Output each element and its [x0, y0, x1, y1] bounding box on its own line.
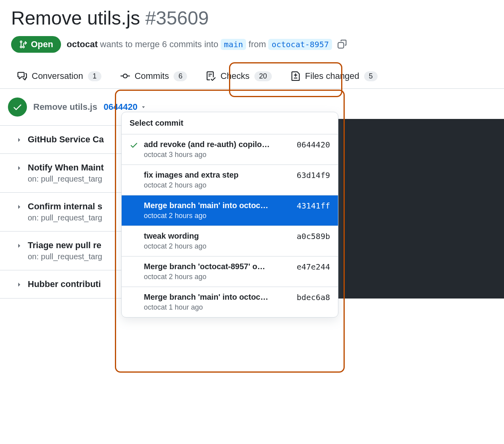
chevron-right-icon	[16, 281, 22, 288]
commit-meta: octocat 2 hours ago	[144, 273, 292, 281]
select-commit-dropdown: Select commit add revoke (and re-auth) c…	[121, 112, 338, 318]
check-suite-title: Notify When Maint	[28, 163, 104, 173]
copy-icon[interactable]	[338, 40, 347, 49]
tab-files[interactable]: Files changed 5	[289, 65, 379, 88]
commit-sha: bdec6a8	[297, 293, 330, 302]
pr-status-row: Open octocat wants to merge 6 commits in…	[0, 32, 504, 65]
tab-conversation-count: 1	[88, 71, 101, 81]
chevron-right-icon	[16, 204, 22, 210]
commit-sha: a0c589b	[297, 232, 330, 241]
tab-conversation-label: Conversation	[32, 71, 83, 81]
commit-title: fix images and extra step	[144, 170, 286, 180]
commit-sha: 43141ff	[297, 201, 330, 211]
git-commit-icon	[120, 71, 130, 81]
commit-title: Merge branch 'octocat-8957' o…	[144, 262, 286, 271]
merge-text-1: wants to merge 6 commits into	[97, 39, 221, 49]
check-suite-title: Hubber contributi	[28, 279, 101, 289]
commit-title: Merge branch 'main' into octoc…	[144, 201, 286, 210]
commit-meta: octocat 1 hour ago	[144, 303, 292, 312]
commit-option[interactable]: tweak wording octocat 2 hours ago a0c589…	[122, 226, 338, 256]
tab-checks-label: Checks	[220, 71, 249, 81]
commit-title: tweak wording	[144, 232, 286, 241]
comment-discussion-icon	[17, 71, 27, 81]
tab-files-count: 5	[364, 71, 378, 81]
tab-checks-count: 20	[254, 71, 272, 81]
commit-option[interactable]: fix images and extra step octocat 2 hour…	[122, 165, 338, 195]
check-icon	[12, 102, 23, 112]
commit-title: Merge branch 'main' into octoc…	[144, 293, 286, 302]
commit-meta: octocat 3 hours ago	[144, 151, 292, 159]
git-pull-request-icon	[19, 40, 28, 49]
merge-description: octocat wants to merge 6 commits into ma…	[67, 39, 332, 50]
pr-title: Remove utils.js #35609	[11, 7, 209, 29]
triangle-down-icon	[141, 104, 146, 110]
checks-main: Remove utils.js 0644420 GitHub Service C…	[0, 89, 504, 299]
base-branch-chip[interactable]: main	[221, 39, 246, 50]
pr-title-text: Remove utils.js	[11, 8, 140, 29]
state-open-pill: Open	[11, 36, 61, 53]
check-suite-subtitle: on: pull_request_targ	[28, 213, 102, 222]
commit-sha: 0644420	[297, 140, 330, 149]
tab-commits-label: Commits	[135, 71, 169, 81]
check-icon	[130, 141, 139, 149]
commit-sha: 63d14f9	[297, 170, 330, 180]
chevron-right-icon	[16, 137, 22, 143]
commit-option-selected[interactable]: Merge branch 'main' into octoc… octocat …	[122, 195, 338, 226]
head-branch-chip[interactable]: octocat-8957	[268, 39, 332, 50]
commit-meta: octocat 2 hours ago	[144, 181, 292, 189]
pr-tabs: Conversation 1 Commits 6 Checks 20 Files…	[0, 65, 504, 89]
pr-number: #35609	[145, 8, 209, 29]
check-suite-subtitle: on: pull_request_targ	[28, 174, 104, 184]
tab-commits-count: 6	[174, 71, 187, 81]
tab-conversation[interactable]: Conversation 1	[16, 65, 103, 88]
commit-title: add revoke (and re-auth) copilo…	[144, 140, 286, 149]
state-label: Open	[31, 39, 53, 50]
commit-option[interactable]: add revoke (and re-auth) copilo… octocat…	[122, 134, 338, 165]
tab-checks[interactable]: Checks 20	[204, 65, 273, 88]
pr-title-row: Remove utils.js #35609	[0, 0, 504, 32]
pr-author[interactable]: octocat	[67, 39, 97, 49]
file-diff-icon	[291, 71, 300, 81]
check-suite-title: GitHub Service Ca	[28, 134, 104, 145]
commit-sha: 0644420	[103, 102, 137, 112]
commit-option[interactable]: Merge branch 'octocat-8957' o… octocat 2…	[122, 256, 338, 287]
chevron-right-icon	[16, 165, 22, 171]
check-suite-title: Triage new pull re	[28, 240, 102, 251]
status-success-icon	[8, 98, 27, 117]
commit-option[interactable]: Merge branch 'main' into octoc… octocat …	[122, 287, 338, 317]
commit-meta: octocat 2 hours ago	[144, 212, 292, 220]
commit-sha: e47e244	[297, 262, 330, 272]
check-suite-subtitle: on: pull_request_targ	[28, 252, 102, 261]
chevron-right-icon	[16, 243, 22, 249]
checks-title: Remove utils.js	[33, 102, 97, 112]
checklist-icon	[206, 71, 216, 81]
check-suite-title: Confirm internal s	[28, 201, 102, 212]
tab-commits[interactable]: Commits 6	[119, 65, 189, 88]
commit-sha-dropdown-trigger[interactable]: 0644420	[103, 102, 146, 112]
tab-files-label: Files changed	[305, 71, 359, 81]
dropdown-header: Select commit	[122, 112, 338, 134]
merge-text-2: from	[246, 39, 268, 49]
commit-meta: octocat 2 hours ago	[144, 242, 292, 251]
